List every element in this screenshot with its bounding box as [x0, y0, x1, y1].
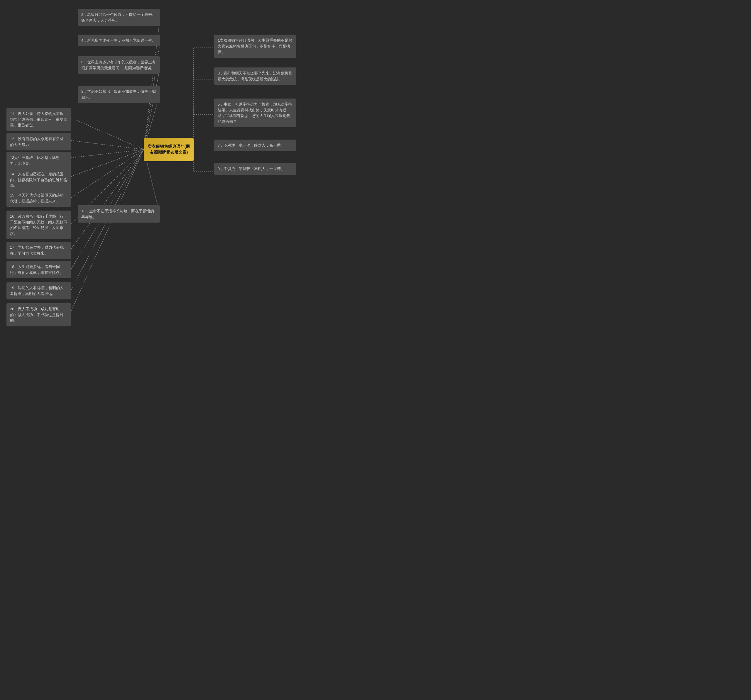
node-6: 6，世界上有多少有才华的失败者，世界上有很多高学历的无业游民----是因为选择错… — [78, 56, 160, 74]
node-12: 12，没有目标的人永远有有目标的人去努力。 — [6, 133, 71, 150]
mind-map: 卖衣服销售经典语句(朋友圈潮牌卖衣服文案) 2，老板只能给一个位置，不能给一个未… — [0, 0, 332, 350]
node-18: 18，人生能走多远，看与谁同行；有多大成就，看有谁指点。 — [6, 261, 71, 278]
node-19: 19，聪明的人看得懂，精明的人看得准，高明的人看得远。 — [6, 282, 71, 299]
svg-line-6 — [71, 140, 144, 150]
svg-line-5 — [71, 118, 144, 150]
node-7: 7，下对注，赢一次；跟对人，赢一世。 — [214, 140, 296, 151]
node-4: 4，所见所闻改变一生，不知不觉断送一生。 — [78, 35, 160, 46]
node-10: 10，生命不在于活得长与短，而在于顿悟的早与晚。 — [78, 205, 160, 223]
node-17: 17，学历代表过去，财力代表现在，学习力代表将来。 — [6, 242, 71, 259]
node-13: 13人生三阶段：比才华；比财力；比境界。 — [6, 152, 71, 169]
svg-line-9 — [71, 150, 144, 198]
node-15: 15，今天的优势会被明天的趋势代替，把握趋势，把握未来。 — [6, 190, 71, 207]
node-9: 9，不识货，半世苦；不识人，一世苦。 — [214, 163, 296, 175]
node-8: 8，学识不如知识，知识不如做事，做事不如做人。 — [78, 86, 160, 103]
node-20: 20，做人不成功，成功是暂时的；做人成功，不成功也是暂时的。 — [6, 303, 71, 326]
node-3: 3，意外和明天不知道哪个先来。没有危机是最大的危机，满足现状是最大的陷阱。 — [214, 68, 296, 85]
svg-line-7 — [71, 150, 144, 158]
center-node: 卖衣服销售经典语句(朋友圈潮牌卖衣服文案) — [144, 138, 194, 161]
node-2: 2，老板只能给一个位置，不能给一个未来。舞台再大，人走茶凉。 — [78, 9, 160, 26]
svg-line-11 — [71, 150, 144, 249]
node-14: 14，人若把自己框在一定的范围内，就容易限制了自己的思维和格局。 — [6, 168, 71, 191]
node-5: 5，生意，可以掌控努力与投资，却无法掌控结果。人生得意时找出路，失意时才有退路，… — [214, 99, 296, 127]
svg-line-2 — [144, 68, 160, 150]
node-11: 11，做人处事，待人接物卖衣服销售经典语句：重师者王，重友者霸，重己者亡。 — [6, 108, 71, 131]
svg-line-8 — [71, 150, 144, 177]
node-16: 16，读万卷书不如行千里路，行千里路不如阅人无数，阅人无数不如名师指路。经师易得… — [6, 211, 71, 239]
node-1: 1卖衣服销售经典语句，人生最重要的不是努力卖衣服销售经典语句，不是奋斗，而是抉择… — [214, 35, 296, 58]
svg-line-14 — [71, 150, 144, 311]
